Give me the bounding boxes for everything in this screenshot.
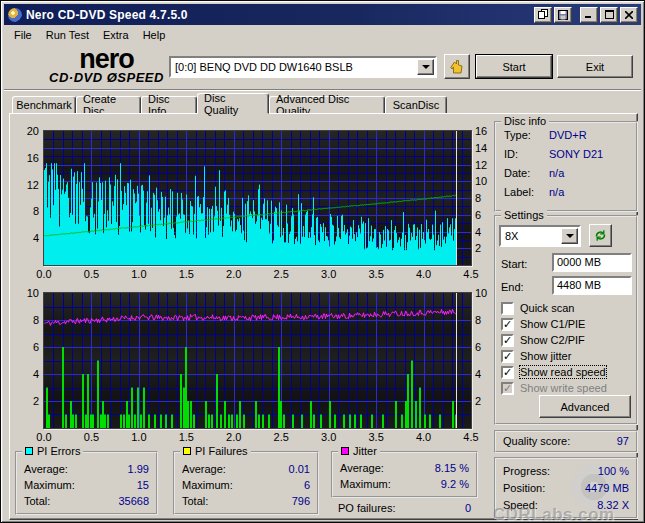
progress-label: Progress: <box>503 465 550 477</box>
stat-value: 796 <box>292 495 310 507</box>
tab-disc-info[interactable]: Disc Info <box>141 96 197 114</box>
axis-tick-label: 4.5 <box>463 431 478 443</box>
menu-file[interactable]: File <box>7 27 39 43</box>
checkbox-show-c1-pie[interactable]: ✓ Show C1/PIE <box>501 317 585 331</box>
tab-create-disc[interactable]: Create Disc <box>76 96 141 114</box>
axis-tick-label: 2 <box>475 395 481 407</box>
quality-score-label: Quality score: <box>503 435 570 447</box>
scan-speed-dropdown-button[interactable] <box>561 228 578 244</box>
eject-button[interactable] <box>444 54 470 79</box>
axis-tick-label: 0.0 <box>36 268 51 280</box>
stat-value: 0.01 <box>289 463 310 475</box>
checkbox-box[interactable] <box>501 302 514 315</box>
hand-icon <box>449 59 465 75</box>
groupbox-title-text: PI Failures <box>195 445 248 457</box>
tab-label: ScanDisc <box>393 99 439 111</box>
axis-tick-label: 10 <box>475 175 487 187</box>
checkbox-box[interactable]: ✓ <box>501 350 514 363</box>
axis-tick-label: 4 <box>33 368 39 380</box>
exit-button[interactable]: Exit <box>557 55 633 78</box>
advanced-button[interactable]: Advanced <box>539 395 631 418</box>
checkbox-show-write-speed: ✓ Show write speed <box>501 381 607 395</box>
minimize-button[interactable] <box>580 7 598 23</box>
checkbox-box[interactable]: ✓ <box>501 334 514 347</box>
pif-x-axis: 0.00.51.01.52.02.53.03.54.04.5 <box>44 431 471 445</box>
position-label: Position: <box>503 482 545 494</box>
tab-disc-quality[interactable]: Disc Quality <box>197 93 269 114</box>
checkbox-show-jitter[interactable]: ✓ Show jitter <box>501 349 571 363</box>
pif-y-axis-right: 108642 <box>473 293 493 428</box>
checkbox-show-c2-pif[interactable]: ✓ Show C2/PIF <box>501 333 585 347</box>
start-position-field[interactable]: 0000 MB <box>552 253 632 272</box>
groupbox-title-text: PI Errors <box>37 445 80 457</box>
tab-scandisc[interactable]: ScanDisc <box>385 96 447 114</box>
end-position-field[interactable]: 4480 MB <box>552 276 632 295</box>
pi-failures-legend-swatch <box>183 447 191 455</box>
save-button[interactable] <box>554 7 572 23</box>
pi-errors-chart: 20161284 161412108642 0.00.51.01.52.02.5… <box>9 123 493 283</box>
drive-select-dropdown-button[interactable] <box>417 59 434 75</box>
menu-bar: File Run Test Extra Help <box>4 25 641 45</box>
axis-tick-label: 1.5 <box>179 431 194 443</box>
menu-run-test[interactable]: Run Test <box>39 27 96 43</box>
scan-speed-select[interactable]: 8X <box>499 225 581 247</box>
refresh-button[interactable] <box>589 224 612 247</box>
menu-help[interactable]: Help <box>136 27 173 43</box>
tab-benchmark[interactable]: Benchmark <box>12 96 76 114</box>
axis-tick-label: 10 <box>475 287 487 299</box>
settings-groupbox-title: Settings <box>501 209 547 221</box>
close-button[interactable] <box>620 7 638 23</box>
checkbox-quick-scan[interactable]: Quick scan <box>501 301 574 315</box>
checkbox-box[interactable]: ✓ <box>501 318 514 331</box>
copy-icon <box>538 9 548 20</box>
stat-label: Maximum: <box>340 478 391 490</box>
stat-label: Average: <box>24 463 68 475</box>
stat-value: 1.99 <box>128 463 149 475</box>
axis-tick-label: 4 <box>33 232 39 244</box>
drive-select[interactable]: [0:0] BENQ DVD DD DW1640 BSLB <box>169 56 437 78</box>
stat-label: Maximum: <box>182 479 233 491</box>
stat-label: Total: <box>182 495 208 507</box>
axis-tick-label: 2 <box>475 242 481 254</box>
stat-value: 8.15 % <box>435 462 469 474</box>
axis-tick-label: 16 <box>475 125 487 137</box>
start-button[interactable]: Start <box>476 55 552 78</box>
cd-dvd-speed-wordmark: CD·DVD ØSPEED <box>39 70 174 85</box>
tab-label: Benchmark <box>16 99 72 111</box>
stat-label: Maximum: <box>24 479 75 491</box>
disc-label-value: n/a <box>549 186 564 198</box>
copy-to-clipboard-button[interactable] <box>534 7 552 23</box>
axis-tick-label: 12 <box>27 179 39 191</box>
tab-label: Disc Quality <box>204 92 262 116</box>
stat-label: Average: <box>340 462 384 474</box>
maximize-button[interactable] <box>600 7 618 23</box>
po-failures-label: PO failures: <box>338 502 395 514</box>
menu-extra[interactable]: Extra <box>96 27 136 43</box>
position-value: 4479 MB <box>585 482 629 494</box>
stat-value: 6 <box>304 479 310 491</box>
checkbox-show-read-speed[interactable]: ✓ Show read speed <box>501 365 606 379</box>
stat-value: 15 <box>137 479 149 491</box>
axis-tick-label: 6 <box>475 209 481 221</box>
disc-info-label: Type: <box>504 129 531 141</box>
jitter-groupbox-title: Jitter <box>338 445 380 457</box>
tab-advanced-disc-quality[interactable]: Advanced Disc Quality <box>269 96 385 114</box>
checkbox-box[interactable]: ✓ <box>501 366 514 379</box>
pi-failures-groupbox: PI Failures Average: 0.01 Maximum: 6 Tot… <box>173 451 319 515</box>
axis-tick-label: 14 <box>475 142 487 154</box>
axis-tick-label: 4.0 <box>416 268 431 280</box>
app-icon <box>8 8 22 22</box>
axis-tick-label: 0.0 <box>36 431 51 443</box>
toolbar-divider <box>4 89 641 91</box>
checkbox-label: Show write speed <box>520 382 607 394</box>
axis-tick-label: 8 <box>475 314 481 326</box>
cdrlabs-watermark: CDRLabs.com <box>493 505 643 523</box>
axis-tick-label: 2.0 <box>226 431 241 443</box>
stat-label: Average: <box>182 463 226 475</box>
exit-button-label: Exit <box>586 61 604 73</box>
disc-info-label: Label: <box>504 186 534 198</box>
axis-tick-label: 8 <box>475 192 481 204</box>
nero-logo-wordmark: nero <box>39 48 174 70</box>
axis-tick-label: 12 <box>475 159 487 171</box>
axis-tick-label: 8 <box>33 205 39 217</box>
